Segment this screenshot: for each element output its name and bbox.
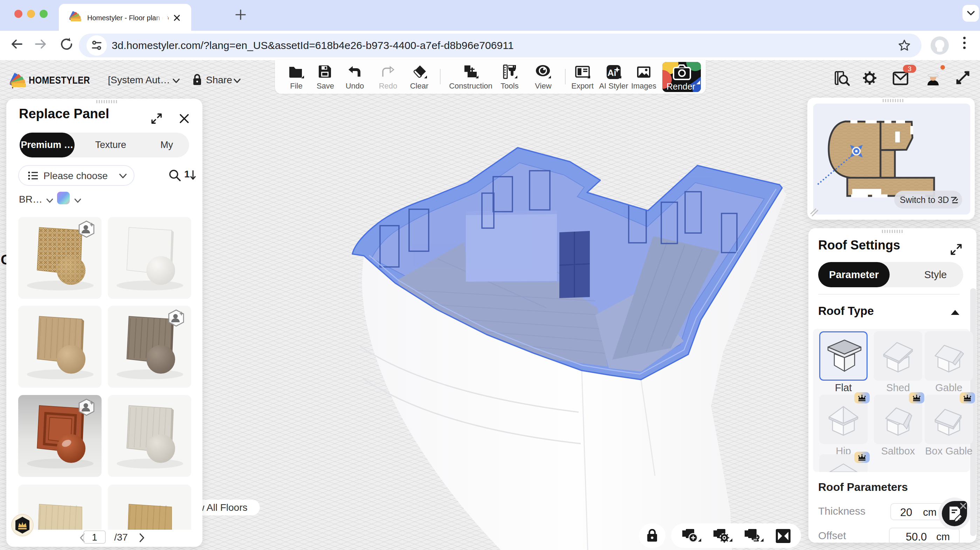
svg-text:1: 1 <box>184 169 190 179</box>
svg-text:Render: Render <box>667 81 695 91</box>
svg-text:Ai: Ai <box>608 68 616 78</box>
